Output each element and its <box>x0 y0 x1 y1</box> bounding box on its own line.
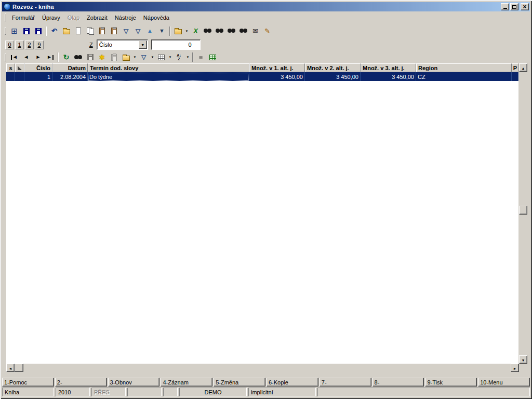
minimize-icon <box>503 8 507 9</box>
filter-menu-button[interactable] <box>138 51 150 63</box>
filter-define-button[interactable] <box>132 25 144 37</box>
fkey-1-pomoc[interactable]: 1-Pomoc <box>2 378 54 387</box>
paste-icon <box>99 28 105 34</box>
move-up-button[interactable] <box>144 25 156 37</box>
edit-note-button[interactable] <box>261 25 273 37</box>
copy-button[interactable] <box>84 25 96 37</box>
horizontal-scrollbar-thumb[interactable] <box>15 364 23 372</box>
filter-dropdown-button[interactable] <box>150 51 155 63</box>
undo-button[interactable] <box>48 25 60 37</box>
view-menu-button[interactable] <box>155 51 167 63</box>
form-editor-button[interactable] <box>8 25 20 37</box>
previous-record-button[interactable] <box>20 51 32 63</box>
excel-icon <box>191 27 200 35</box>
column-header-termin[interactable]: Termín dod. slovy <box>88 63 249 72</box>
fkey-10-menu[interactable]: 10-Menu <box>478 378 530 387</box>
fkey-6-kopie[interactable]: 6-Kopie <box>267 378 318 387</box>
fkey-4-zaznam[interactable]: 4-Záznam <box>161 378 212 387</box>
scroll-left-button[interactable] <box>6 364 15 372</box>
next-record-button[interactable] <box>32 51 44 63</box>
scroll-down-button[interactable] <box>519 355 527 364</box>
open-button[interactable] <box>60 25 72 37</box>
find-previous-button[interactable] <box>225 25 237 37</box>
find-next-button[interactable] <box>214 25 225 37</box>
search-field-selector[interactable]: Číslo <box>97 39 148 50</box>
find-record-button[interactable] <box>72 51 84 63</box>
filter-button[interactable] <box>120 25 132 37</box>
status-year: 2010 <box>56 388 90 396</box>
refresh-icon <box>62 53 71 61</box>
filter-icon <box>139 53 148 61</box>
title-bar[interactable]: Rozvoz - kniha <box>2 2 530 11</box>
column-header-mnoz1[interactable]: Množ. v 1. alt. j. <box>249 63 305 72</box>
last-record-button[interactable] <box>44 51 56 63</box>
fkey-5-zmena[interactable]: 5-Změna <box>214 378 265 387</box>
fkey-9-tisk[interactable]: 9-Tisk <box>425 378 477 387</box>
export-grid-button[interactable] <box>207 51 219 63</box>
scroll-up-button[interactable] <box>519 63 527 72</box>
scroll-right-button[interactable] <box>511 364 519 372</box>
column-header-mnoz2[interactable]: Množ. v 2. alt. j. <box>305 63 361 72</box>
column-header-region[interactable]: Region <box>416 63 512 72</box>
move-down-button[interactable] <box>156 25 168 37</box>
open-folder-icon <box>63 29 70 34</box>
send-mail-button[interactable] <box>249 25 261 37</box>
fkey-7[interactable]: 7- <box>320 378 371 387</box>
new-record-button[interactable] <box>96 51 108 63</box>
cell-s <box>6 72 15 81</box>
attachments-nav-dropdown-button[interactable] <box>132 51 138 63</box>
refresh-button[interactable] <box>60 51 72 63</box>
fkey-2[interactable]: 2- <box>55 378 107 387</box>
save-as-button[interactable] <box>32 25 44 37</box>
save-button[interactable] <box>20 25 32 37</box>
horizontal-scrollbar <box>6 364 519 373</box>
sort-dropdown-button[interactable] <box>185 51 191 63</box>
record-tab-1[interactable]: 1 <box>15 41 24 49</box>
sort-az-button[interactable] <box>173 51 185 63</box>
record-tab-9[interactable]: 9 <box>35 41 44 49</box>
menu-napoveda[interactable]: Nápověda <box>140 14 173 22</box>
table-row[interactable]: 1 2.08.2004 Do týdne 3 450,00 3 450,00 3… <box>6 72 518 81</box>
attachments-nav-button[interactable] <box>120 51 132 63</box>
main-toolbar-grip[interactable] <box>5 27 6 35</box>
minimize-button[interactable] <box>501 3 509 10</box>
record-tab-0[interactable]: 0 <box>5 41 14 49</box>
export-excel-button[interactable] <box>190 25 202 37</box>
find-all-button[interactable] <box>237 25 249 37</box>
column-header-p[interactable]: P <box>512 63 518 72</box>
vertical-scrollbar-thumb[interactable] <box>519 206 527 215</box>
menu-zobrazit[interactable]: Zobrazit <box>83 14 111 22</box>
filter-define-icon <box>134 27 142 35</box>
binoculars-all-icon <box>240 29 247 33</box>
column-header-s[interactable]: s <box>6 63 15 72</box>
view-dropdown-button[interactable] <box>167 51 173 63</box>
maximize-button[interactable] <box>510 3 518 10</box>
nav-toolbar-grip[interactable] <box>5 54 6 61</box>
menu-formular[interactable]: Formulář <box>8 14 38 22</box>
search-field-label[interactable]: Z <box>89 42 93 48</box>
close-button[interactable] <box>521 3 529 10</box>
menu-upravy[interactable]: Úpravy <box>38 14 64 22</box>
column-header-datum[interactable]: Datum <box>52 63 88 72</box>
column-header-mnoz3[interactable]: Množ. v 3. alt. j. <box>361 63 416 72</box>
attachments-dropdown-button[interactable] <box>184 25 190 37</box>
menu-grip[interactable] <box>5 14 6 21</box>
find-button[interactable] <box>202 25 214 37</box>
paste-special-button[interactable] <box>108 25 120 37</box>
record-tab-2[interactable]: 2 <box>25 41 34 49</box>
menu-nastroje[interactable]: Nástroje <box>111 14 140 22</box>
column-header-sort[interactable] <box>15 63 24 72</box>
new-document-button[interactable] <box>72 25 84 37</box>
fkey-8[interactable]: 8- <box>373 378 424 387</box>
paste-button[interactable] <box>96 25 108 37</box>
attachments-button[interactable] <box>172 25 184 37</box>
toolbar-separator <box>58 52 59 62</box>
fkey-3-obnov[interactable]: 3-Obnov <box>108 378 160 387</box>
record-nav-toolbar <box>2 51 530 63</box>
column-header-cislo[interactable]: Číslo <box>24 63 52 72</box>
first-record-button[interactable] <box>8 51 20 63</box>
app-icon[interactable] <box>4 3 11 10</box>
chevron-down-icon[interactable] <box>139 41 147 49</box>
new-document-icon <box>76 28 81 34</box>
search-value-input[interactable] <box>151 39 201 50</box>
